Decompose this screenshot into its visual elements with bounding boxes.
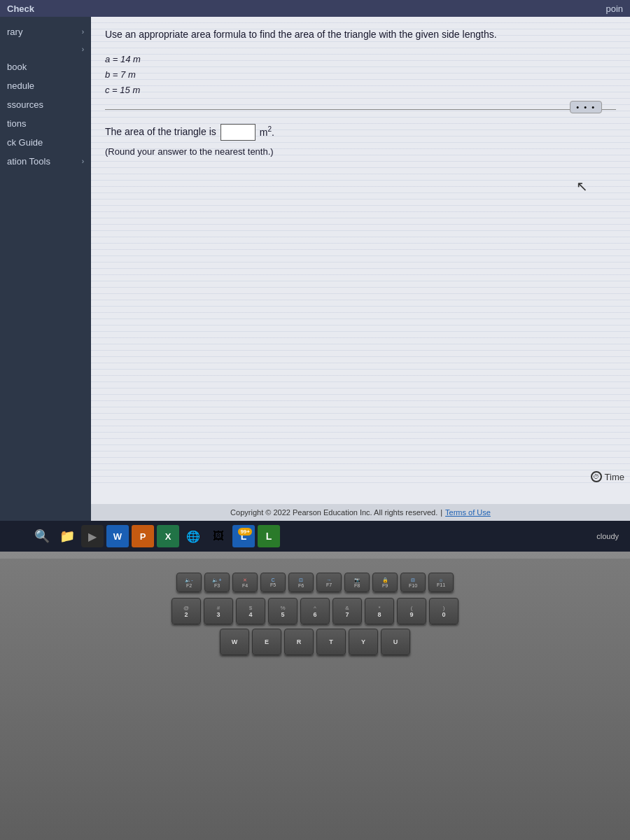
word-button[interactable]: W: [106, 525, 129, 547]
notification-badge: 99+: [238, 528, 252, 536]
sidebar-label: tions: [7, 118, 26, 129]
content-area: Use an appropriate area formula to find …: [91, 17, 630, 504]
sidebar-label: rary: [7, 27, 22, 37]
laptop-frame: 🔈- F2 🔈+ F3 ✕ F4 C F5 ⊡ F6 → F7: [0, 552, 630, 840]
sidebar-label: book: [7, 62, 27, 72]
sidebar-label: nedule: [7, 80, 34, 91]
sidebar-item-book[interactable]: book: [0, 57, 91, 76]
f4-key[interactable]: ✕ F4: [232, 573, 258, 592]
app-icon-blue[interactable]: L 99+: [232, 525, 255, 547]
taskbar-right: cloudy: [596, 532, 624, 540]
sidebar-label: ation Tools: [7, 156, 50, 167]
key-w[interactable]: W: [220, 629, 249, 655]
f11-key[interactable]: ☼ F11: [428, 573, 454, 592]
chevron-right-icon: ›: [82, 28, 84, 36]
file-explorer-button[interactable]: 📁: [56, 525, 78, 547]
question-prompt: Use an appropriate area formula to find …: [105, 28, 616, 42]
params-block: a = 14 m b = 7 m c = 15 m: [105, 52, 616, 98]
sidebar-item-rary[interactable]: rary ›: [0, 22, 91, 41]
key-u[interactable]: U: [381, 629, 410, 655]
f10-key[interactable]: ⊟ F10: [400, 573, 426, 592]
sidebar-label: ck Guide: [7, 137, 43, 148]
taskbar: 🔍 📁 ▶ W P X 🌐 🖼 L 99+ L cloudy: [0, 521, 630, 552]
key-4[interactable]: $ 4: [236, 598, 265, 624]
param-a: a = 14 m: [105, 52, 616, 67]
answer-input[interactable]: [220, 124, 255, 141]
poin-label: poin: [606, 4, 623, 14]
sidebar: rary › › book nedule ssources tions ck G…: [0, 17, 91, 521]
key-2[interactable]: @ 2: [172, 598, 201, 624]
answer-note: (Round your answer to the nearest tenth.…: [105, 146, 616, 157]
f5-key[interactable]: C F5: [260, 573, 286, 592]
photos-button[interactable]: 🖼: [207, 525, 230, 547]
excel-button[interactable]: X: [157, 525, 179, 547]
key-6[interactable]: ^ 6: [300, 598, 330, 624]
answer-row: The area of the triangle is m2.: [105, 124, 616, 141]
answer-prefix: The area of the triangle is: [105, 126, 216, 137]
windows-start-button[interactable]: [6, 525, 28, 547]
key-y[interactable]: Y: [349, 629, 378, 655]
f9-key[interactable]: 🔒 F9: [372, 573, 398, 592]
sidebar-item-2[interactable]: ›: [0, 41, 91, 57]
vol-down-key[interactable]: 🔈- F2: [176, 573, 202, 592]
more-options-button[interactable]: • • •: [570, 101, 602, 113]
check-label: Check: [7, 4, 34, 14]
search-button[interactable]: 🔍: [31, 525, 53, 547]
powerpoint-button[interactable]: P: [132, 525, 154, 547]
sidebar-item-resources[interactable]: ssources: [0, 95, 91, 114]
edge-button[interactable]: 🌐: [182, 525, 204, 547]
app-icon-green[interactable]: L: [258, 525, 280, 547]
key-5[interactable]: % 5: [268, 598, 298, 624]
sidebar-item-tions[interactable]: tions: [0, 114, 91, 133]
screen: rary › › book nedule ssources tions ck G…: [0, 17, 630, 521]
vol-up-key[interactable]: 🔈+ F3: [204, 573, 230, 592]
main-content: Use an appropriate area formula to find …: [91, 17, 630, 521]
alpha-key-row: W E R T Y U: [14, 629, 616, 655]
cursor-icon: ↖: [576, 178, 588, 195]
chevron-right-icon: ›: [82, 46, 84, 53]
f8-key[interactable]: 📷 F8: [344, 573, 370, 592]
keyboard-area: 🔈- F2 🔈+ F3 ✕ F4 C F5 ⊡ F6 → F7: [0, 559, 630, 840]
param-b: b = 7 m: [105, 67, 616, 83]
f7-key[interactable]: → F7: [316, 573, 342, 592]
sidebar-item-tools[interactable]: ation Tools ›: [0, 152, 91, 171]
num-key-row: @ 2 # 3 $ 4 % 5 ^ 6 & 7: [14, 598, 616, 624]
key-e[interactable]: E: [252, 629, 281, 655]
media-player-button[interactable]: ▶: [81, 525, 104, 547]
copyright-text: Copyright © 2022 Pearson Education Inc. …: [230, 508, 438, 517]
footer: Copyright © 2022 Pearson Education Inc. …: [91, 504, 630, 521]
weather-text: cloudy: [596, 532, 619, 540]
key-3[interactable]: # 3: [204, 598, 233, 624]
top-bar: Check poin: [0, 0, 630, 17]
key-7[interactable]: & 7: [332, 598, 362, 624]
sidebar-item-module[interactable]: nedule: [0, 76, 91, 95]
key-0[interactable]: ) 0: [429, 598, 458, 624]
key-r[interactable]: R: [284, 629, 314, 655]
key-9[interactable]: ( 9: [397, 598, 426, 624]
f6-key[interactable]: ⊡ F6: [288, 573, 314, 592]
key-8[interactable]: * 8: [365, 598, 394, 624]
fn-key-row: 🔈- F2 🔈+ F3 ✕ F4 C F5 ⊡ F6 → F7: [14, 573, 616, 592]
param-c: c = 15 m: [105, 83, 616, 98]
chevron-right-icon: ›: [82, 158, 84, 165]
terms-of-use-link[interactable]: Terms of Use: [445, 508, 491, 517]
answer-unit: m2.: [260, 125, 274, 138]
divider: • • •: [105, 109, 616, 110]
sidebar-item-guide[interactable]: ck Guide: [0, 133, 91, 152]
key-t[interactable]: T: [316, 629, 346, 655]
separator: |: [440, 508, 442, 517]
sidebar-label: ssources: [7, 99, 43, 110]
